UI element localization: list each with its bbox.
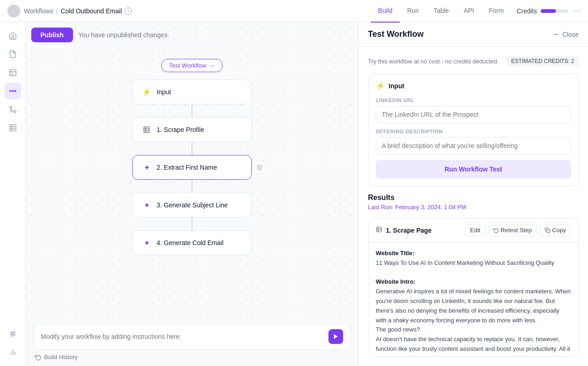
node-subject-line[interactable]: ✦ 3. Generate Subject Line [132, 193, 252, 217]
results-section: Results Last Run: February 3, 2024, 1:08… [368, 194, 579, 211]
tab-api[interactable]: API [456, 0, 481, 23]
node-input-label: Input [157, 88, 171, 96]
website-intro-label: Website Intro: [376, 278, 415, 285]
results-last-run: Last Run: February 3, 2024, 1:08 PM [368, 204, 579, 211]
sidebar-item-table[interactable] [5, 120, 21, 136]
sidebar-item-hashtag[interactable] [5, 326, 21, 342]
svg-rect-25 [377, 227, 382, 232]
input-card-header: ⚡ Input [376, 81, 571, 90]
avatar [7, 5, 20, 17]
sidebar-item-grid[interactable] [5, 83, 21, 99]
result-card-icon [376, 226, 382, 234]
svg-point-3 [12, 91, 13, 92]
panel-title: Test Workflow [368, 29, 424, 39]
test-workflow-button[interactable]: Test Workflow → [161, 59, 223, 72]
copy-label: Copy [552, 227, 566, 234]
offering-desc-input[interactable] [376, 137, 571, 154]
breadcrumb-current[interactable]: Cold Outbound Email [61, 7, 122, 15]
svg-rect-0 [10, 69, 16, 76]
node-delete-button[interactable] [253, 161, 266, 174]
tab-run[interactable]: Run [400, 0, 426, 23]
svg-point-5 [14, 91, 16, 92]
result-card-title-row: 1. Scrape Page [376, 226, 432, 234]
credits-section: Credits [517, 7, 568, 15]
sidebar-item-home[interactable] [5, 28, 21, 44]
scrape-icon [141, 124, 152, 135]
main-layout: Publish You have unpublished changes. Te… [0, 22, 588, 366]
topbar: Workflows / Cold Outbound Email i Build … [0, 0, 588, 22]
website-intro-value: Generative AI inspires a lot of mixed fe… [376, 288, 571, 357]
svg-point-6 [14, 110, 16, 113]
copy-button[interactable]: Copy [540, 224, 571, 236]
node-cold-email[interactable]: ✦ 4. Generate Cold Email [132, 230, 252, 255]
sidebar-item-branch[interactable] [5, 101, 21, 118]
svg-rect-19 [144, 127, 149, 132]
workflow-canvas: Publish You have unpublished changes. Te… [26, 22, 358, 366]
node-extract-first-name[interactable]: ✦ 2. Extract First Name [132, 155, 252, 180]
edit-button[interactable]: Edit [465, 224, 485, 236]
svg-line-15 [13, 331, 14, 337]
email-icon: ✦ [141, 237, 152, 248]
breadcrumb: Workflows / Cold Outbound Email i [24, 7, 132, 15]
topbar-right: Credits ··· [517, 6, 581, 16]
workflow-instruction-input[interactable] [41, 333, 325, 340]
input-card-icon: ⚡ [376, 81, 385, 90]
node-scrape-profile[interactable]: 1. Scrape Profile [132, 117, 252, 142]
credits-fill [541, 9, 556, 13]
run-workflow-test-button[interactable]: Run Workflow Test [376, 160, 571, 178]
node-scrape-label: 1. Scrape Profile [157, 126, 204, 133]
topbar-left: Workflows / Cold Outbound Email i [7, 5, 365, 17]
website-title-value: 11 Ways To Use AI In Content Marketing W… [376, 259, 554, 266]
close-button[interactable]: Close [552, 31, 579, 38]
results-title: Results [368, 194, 579, 202]
input-card-title: Input [389, 82, 404, 90]
sidebar-item-docs[interactable] [5, 64, 21, 81]
website-title-label: Website Title: [376, 250, 414, 257]
sidebar-item-inbox[interactable] [5, 46, 21, 63]
send-button[interactable] [328, 329, 343, 344]
info-icon[interactable]: i [124, 7, 132, 15]
linkedin-field-group: LINKEDIN URL [376, 97, 571, 123]
subject-icon: ✦ [141, 200, 152, 211]
breadcrumb-separator: / [56, 7, 58, 15]
credits-bar [541, 9, 568, 13]
tab-table[interactable]: Table [426, 0, 456, 23]
sidebar-item-chart[interactable] [5, 344, 21, 360]
workflow-area: Test Workflow → ⚡ Input 1. Scrape Profil… [26, 50, 358, 338]
test-workflow-label: Test Workflow [169, 62, 206, 69]
svg-point-7 [10, 106, 12, 109]
breadcrumb-parent[interactable]: Workflows [24, 7, 53, 15]
credits-note: Try this workflow at no cost - no credit… [368, 58, 499, 65]
connector [192, 217, 192, 230]
linkedin-url-label: LINKEDIN URL [376, 97, 571, 103]
tab-form[interactable]: Form [481, 0, 511, 23]
publish-button[interactable]: Publish [31, 28, 73, 42]
retest-step-button[interactable]: Retest Step [488, 224, 537, 236]
extract-icon: ✦ [141, 162, 152, 173]
svg-marker-23 [334, 334, 338, 339]
credits-info: Try this workflow at no cost - no credit… [368, 56, 579, 66]
publish-bar: Publish You have unpublished changes. [31, 28, 358, 42]
panel-body: Try this workflow at no cost - no credit… [359, 47, 588, 366]
svg-line-14 [11, 331, 12, 337]
credits-label: Credits [517, 7, 537, 15]
connector [192, 142, 192, 155]
workflow-input-box [33, 323, 351, 350]
result-card-title-text: 1. Scrape Page [386, 227, 432, 234]
topbar-nav: Build Run Table API Form [371, 0, 511, 23]
node-extract-label: 2. Extract First Name [157, 164, 217, 171]
offering-desc-label: OFFERING DESCRIPTION [376, 129, 571, 134]
build-history-button[interactable]: Build History [33, 354, 351, 360]
result-card-body: Website Title: 11 Ways To Use AI In Cont… [368, 242, 578, 357]
node-subject-label: 3. Generate Subject Line [157, 201, 228, 209]
result-card-scrape-page: 1. Scrape Page Edit Retest Step Copy [368, 218, 579, 357]
close-label: Close [562, 31, 579, 38]
website-intro-row: Website Intro: Generative AI inspires a … [376, 277, 571, 357]
node-input[interactable]: ⚡ Input [132, 80, 252, 104]
tab-build[interactable]: Build [371, 0, 400, 23]
more-options-icon[interactable]: ··· [574, 6, 581, 16]
build-history-label: Build History [44, 354, 78, 360]
right-panel: Test Workflow Close Try this workflow at… [358, 22, 588, 366]
input-icon: ⚡ [141, 86, 152, 97]
linkedin-url-input[interactable] [376, 106, 571, 123]
